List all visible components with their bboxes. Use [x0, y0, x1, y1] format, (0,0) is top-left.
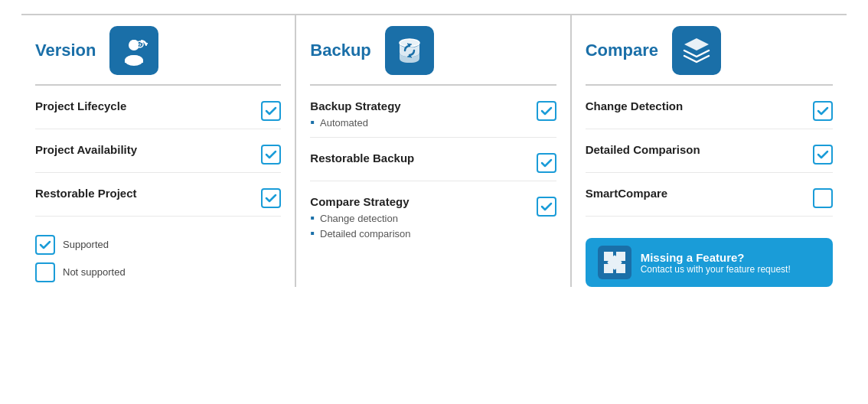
checkbox-availability — [261, 145, 281, 165]
feature-row-smartcompare: SmartCompare — [586, 173, 833, 217]
checkbox-change-detection — [813, 101, 833, 121]
legend-supported-checkbox — [35, 235, 55, 255]
backup-icon-box — [385, 26, 434, 75]
compare-column: Compare Change Detection — [572, 15, 847, 287]
feature-row-change-detection: Change Detection — [586, 86, 833, 129]
layers-icon — [681, 35, 712, 66]
sub-detailed-comparison-label: Detailed comparison — [320, 228, 411, 239]
missing-banner-sub: Contact us with your feature request! — [641, 264, 791, 275]
feature-name-lifecycle: Project Lifecycle — [35, 99, 253, 112]
main-container: Version ? — [0, 0, 868, 301]
feature-name-compare-strategy: Compare Strategy — [310, 195, 528, 208]
legend-supported-label: Supported — [63, 239, 109, 250]
feature-row-restorable-project: Restorable Project — [35, 173, 281, 217]
missing-feature-banner[interactable]: Missing a Feature? Contact us with your … — [586, 238, 833, 287]
svg-marker-6 — [684, 38, 709, 50]
backup-column: Backup — [296, 15, 571, 287]
puzzle-icon — [598, 246, 631, 279]
sub-automated-label: Automated — [320, 117, 368, 129]
check-icon — [265, 148, 277, 161]
check-icon — [265, 105, 277, 117]
missing-banner-title: Missing a Feature? — [641, 251, 791, 264]
bullet-icon: ▪ — [310, 211, 315, 225]
legend-not-supported: Not supported — [35, 261, 281, 282]
missing-feature-icon — [598, 246, 631, 279]
feature-row-detailed-comparison: Detailed Comparison — [586, 129, 833, 173]
feature-name-availability: Project Availability — [35, 143, 253, 156]
legend-supported: Supported — [35, 233, 281, 255]
check-icon — [265, 192, 277, 204]
version-icon-box: ? — [109, 26, 158, 75]
checkbox-smartcompare — [813, 188, 833, 208]
sub-change-detection-label: Change detection — [320, 213, 398, 224]
compare-title: Compare — [586, 41, 658, 60]
check-icon — [540, 105, 553, 117]
legend-not-supported-label: Not supported — [63, 266, 126, 278]
checkbox-backup-strategy — [537, 101, 556, 121]
feature-row-compare-strategy: Compare Strategy ▪ Change detection ▪ De… — [310, 181, 556, 248]
legend-not-supported-checkbox — [35, 262, 55, 282]
checkbox-lifecycle — [261, 101, 281, 121]
feature-name-restorable-project: Restorable Project — [35, 187, 253, 200]
person-icon: ? — [119, 35, 149, 66]
version-header: Version ? — [35, 15, 281, 86]
check-icon — [540, 157, 553, 169]
checkbox-compare-strategy — [537, 197, 556, 217]
feature-row-backup-strategy: Backup Strategy ▪ Automated — [310, 86, 556, 138]
check-icon — [817, 148, 829, 161]
feature-sub-automated: ▪ Automated — [310, 116, 528, 129]
feature-grid: Version ? — [21, 14, 847, 287]
feature-name-restorable-backup: Restorable Backup — [310, 152, 528, 165]
version-column: Version ? — [21, 15, 296, 287]
check-icon — [540, 200, 553, 213]
checkbox-detailed-comparison — [813, 145, 833, 165]
backup-title: Backup — [310, 41, 370, 60]
feature-name-backup-strategy: Backup Strategy — [310, 99, 528, 112]
feature-row-availability: Project Availability — [35, 129, 281, 173]
feature-row-restorable-backup: Restorable Backup — [310, 138, 556, 181]
missing-banner-text: Missing a Feature? Contact us with your … — [641, 251, 791, 275]
feature-subs-backup-strategy: ▪ Automated — [310, 116, 528, 129]
compare-icon-box — [672, 26, 721, 75]
bullet-icon: ▪ — [310, 226, 315, 240]
checkbox-restorable-backup — [537, 153, 556, 173]
legend: Supported Not supported — [35, 233, 281, 282]
checkbox-restorable-project — [261, 188, 281, 208]
check-icon — [817, 105, 829, 117]
feature-name-smartcompare: SmartCompare — [586, 187, 805, 200]
feature-sub-change-detection: ▪ Change detection — [310, 211, 528, 225]
database-icon — [394, 35, 425, 66]
feature-name-change-detection: Change Detection — [586, 99, 805, 112]
feature-name-detailed-comparison: Detailed Comparison — [586, 143, 805, 156]
version-title: Version — [35, 41, 96, 60]
feature-sub-detailed-comparison: ▪ Detailed comparison — [310, 226, 528, 240]
backup-header: Backup — [310, 15, 556, 86]
check-icon — [39, 239, 51, 251]
bullet-icon: ▪ — [310, 116, 315, 129]
feature-subs-compare-strategy: ▪ Change detection ▪ Detailed comparison — [310, 211, 528, 240]
compare-header: Compare — [586, 15, 833, 86]
feature-row-lifecycle: Project Lifecycle — [35, 86, 281, 129]
